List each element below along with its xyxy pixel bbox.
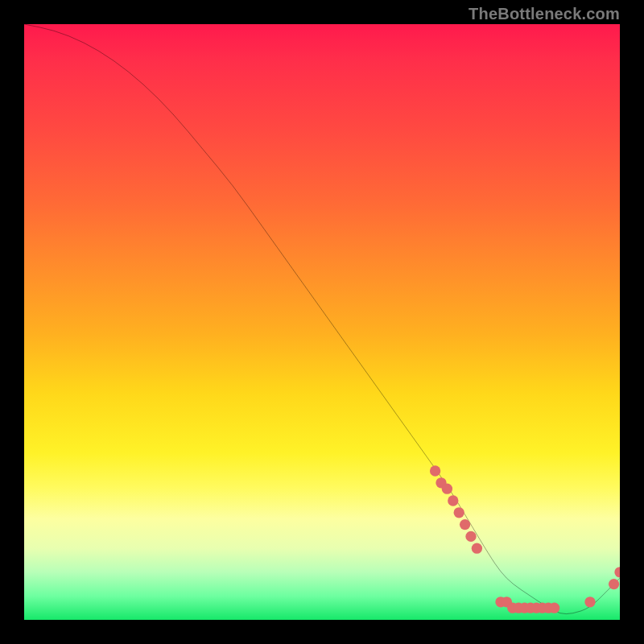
data-marker xyxy=(442,484,452,494)
data-marker xyxy=(460,519,470,530)
data-marker xyxy=(584,597,595,607)
data-marker xyxy=(472,543,482,554)
data-marker xyxy=(549,603,559,613)
data-marker xyxy=(609,579,619,589)
data-marker xyxy=(454,507,464,518)
bottleneck-curve xyxy=(24,24,620,614)
chart-stage: TheBottleneck.com xyxy=(0,0,644,644)
marker-layer xyxy=(430,465,620,613)
data-marker xyxy=(614,567,620,577)
watermark-text: TheBottleneck.com xyxy=(469,5,620,23)
data-marker xyxy=(465,531,476,542)
data-marker xyxy=(430,465,440,476)
data-marker xyxy=(448,495,458,506)
curve-layer xyxy=(24,24,620,620)
plot-area xyxy=(24,24,620,620)
